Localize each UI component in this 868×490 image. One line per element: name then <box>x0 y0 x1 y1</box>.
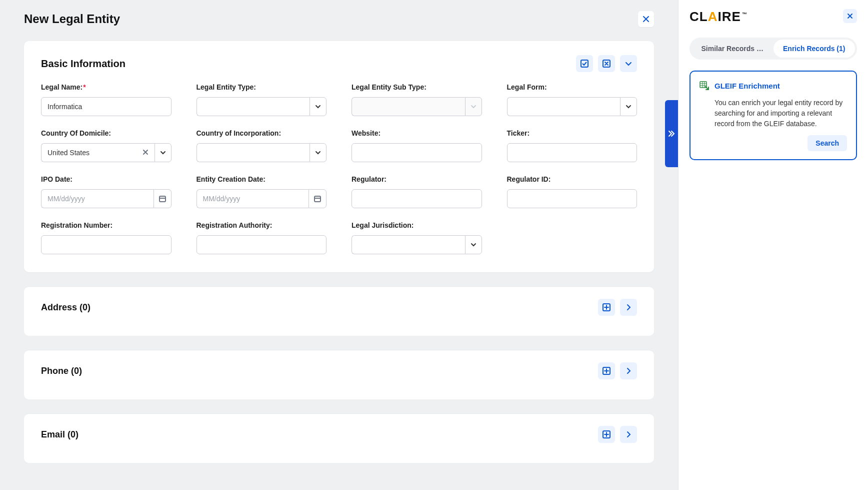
calendar-button[interactable] <box>154 189 172 208</box>
calendar-icon <box>314 195 322 203</box>
field-entity-creation-date: Entity Creation Date: MM/dd/yyyy <box>196 175 327 208</box>
close-icon <box>642 15 650 23</box>
page-header: New Legal Entity <box>0 0 678 27</box>
section-head: Basic Information <box>41 55 637 72</box>
chevron-down-icon <box>470 241 477 248</box>
cancel-section-button[interactable] <box>598 55 615 72</box>
expand-email-button[interactable] <box>620 426 637 443</box>
chevron-right-icon <box>624 367 632 375</box>
country-domicile-select[interactable]: United States <box>41 143 172 162</box>
field-legal-form: Legal Form: <box>507 83 638 116</box>
legal-jurisdiction-select[interactable] <box>352 235 482 254</box>
add-email-button[interactable] <box>598 426 615 443</box>
regulator-input-wrap <box>352 189 482 208</box>
email-panel: Email (0) <box>24 413 654 463</box>
field-label: Legal Entity Type: <box>196 83 327 91</box>
legal-name-input[interactable] <box>42 98 171 116</box>
section-actions <box>576 55 637 72</box>
select-value: United States <box>48 149 90 157</box>
close-icon <box>142 149 148 155</box>
add-phone-button[interactable] <box>598 362 615 379</box>
regulator-id-input[interactable] <box>508 190 637 208</box>
field-label: Entity Creation Date: <box>196 175 327 183</box>
website-input[interactable] <box>352 144 482 162</box>
field-ticker: Ticker: <box>507 129 638 162</box>
table-arrow-icon <box>700 81 710 91</box>
field-label: Country Of Domicile: <box>41 129 172 137</box>
field-label: Country of Incorporation: <box>196 129 327 137</box>
close-icon <box>846 13 854 20</box>
sidebar-toggle-rail[interactable] <box>665 100 678 167</box>
section-actions <box>598 362 637 379</box>
tab-similar-records[interactable]: Similar Records … <box>692 40 774 58</box>
add-address-button[interactable] <box>598 299 615 316</box>
chevron-right-icon <box>624 430 632 438</box>
tab-enrich-records[interactable]: Enrich Records (1) <box>774 40 856 58</box>
confirm-section-button[interactable] <box>576 55 593 72</box>
section-actions <box>598 426 637 443</box>
field-label: Ticker: <box>507 129 638 137</box>
select-text <box>352 235 465 254</box>
select-caret[interactable] <box>310 97 326 116</box>
card-actions: Search <box>700 135 847 151</box>
field-country-domicile: Country Of Domicile: United States <box>41 129 172 162</box>
select-text <box>196 143 310 162</box>
expand-address-button[interactable] <box>620 299 637 316</box>
chevron-down-icon <box>160 149 166 156</box>
ticker-input[interactable] <box>508 144 637 162</box>
brand-part-1: CL <box>690 9 708 24</box>
calendar-button[interactable] <box>308 189 326 208</box>
field-legal-jurisdiction: Legal Jurisdiction: <box>352 221 482 254</box>
country-incorporation-select[interactable] <box>196 143 327 162</box>
calendar-icon <box>158 195 166 203</box>
field-label: Regulator: <box>352 175 482 183</box>
form-grid: Legal Name:* Legal Entity Type: Legal En… <box>41 83 637 254</box>
plus-square-icon <box>602 366 611 375</box>
field-regulator: Regulator: <box>352 175 482 208</box>
section-head: Address (0) <box>41 299 637 316</box>
legal-form-select[interactable] <box>507 97 638 116</box>
brand-logo: CLAIRE™ <box>690 9 748 25</box>
field-label: Legal Jurisdiction: <box>352 221 482 229</box>
legal-name-input-wrap <box>41 97 172 116</box>
field-label: Legal Name:* <box>41 83 172 91</box>
regulator-id-input-wrap <box>507 189 638 208</box>
collapse-section-button[interactable] <box>620 55 637 72</box>
chevron-right-icon <box>624 303 632 311</box>
registration-authority-input[interactable] <box>197 236 326 254</box>
search-gleif-button[interactable]: Search <box>808 135 847 151</box>
close-sidebar-button[interactable] <box>843 9 857 23</box>
select-text: United States <box>41 143 154 162</box>
field-label: IPO Date: <box>41 175 172 183</box>
basic-information-panel: Basic Information Legal Name:* Lega <box>24 41 654 272</box>
brand-part-2: IRE <box>718 9 740 24</box>
phone-panel: Phone (0) <box>24 350 654 399</box>
section-actions <box>598 299 637 316</box>
field-country-incorporation: Country of Incorporation: <box>196 129 327 162</box>
regulator-input[interactable] <box>352 190 482 208</box>
page-title: New Legal Entity <box>24 12 120 26</box>
ipo-date-input[interactable]: MM/dd/yyyy <box>41 189 172 208</box>
registration-number-input[interactable] <box>42 236 171 254</box>
field-legal-entity-sub-type: Legal Entity Sub Type: <box>352 83 482 116</box>
card-head: GLEIF Enrichment <box>700 81 847 91</box>
select-caret[interactable] <box>310 143 326 162</box>
chevron-down-icon <box>314 103 322 110</box>
select-caret[interactable] <box>620 97 637 116</box>
close-dialog-button[interactable] <box>638 11 654 27</box>
legal-entity-type-select[interactable] <box>196 97 327 116</box>
brand-row: CLAIRE™ <box>690 9 857 25</box>
chevron-down-icon <box>314 149 322 156</box>
entity-creation-date-input[interactable]: MM/dd/yyyy <box>196 189 327 208</box>
field-registration-authority: Registration Authority: <box>196 221 327 254</box>
expand-phone-button[interactable] <box>620 362 637 379</box>
svg-rect-0 <box>581 60 588 67</box>
date-placeholder: MM/dd/yyyy <box>196 189 309 208</box>
select-text <box>196 97 310 116</box>
select-text <box>352 97 465 116</box>
field-label: Website: <box>352 129 482 137</box>
select-caret[interactable] <box>154 143 172 162</box>
field-regulator-id: Regulator ID: <box>507 175 638 208</box>
clear-selection-button[interactable] <box>142 149 148 157</box>
select-caret[interactable] <box>465 235 482 254</box>
